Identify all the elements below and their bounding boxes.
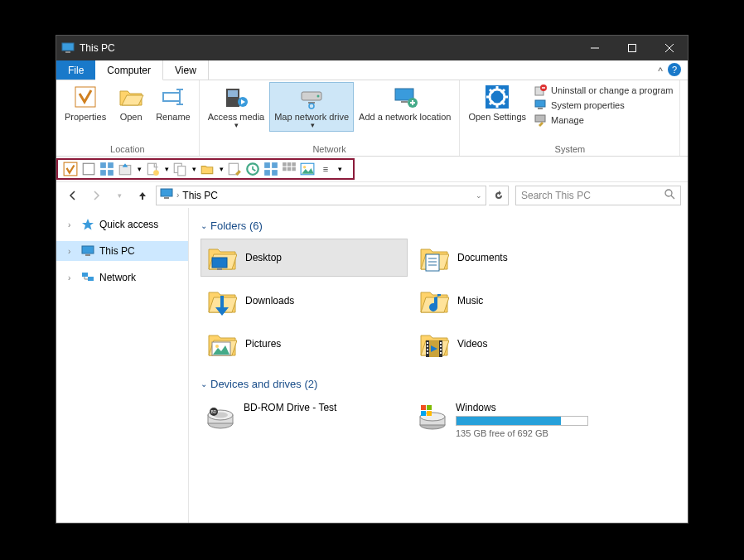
svg-point-66: [665, 190, 672, 196]
settings-icon: [484, 84, 510, 110]
chevron-down-icon[interactable]: ⌄: [476, 191, 482, 200]
dropdown-icon[interactable]: ▾: [220, 165, 224, 173]
svg-rect-0: [62, 43, 74, 51]
this-pc-icon: [61, 41, 75, 55]
folders-group-header[interactable]: ⌄ Folders (6): [200, 220, 676, 232]
refresh-button[interactable]: [489, 186, 509, 205]
add-network-location-icon: [392, 84, 418, 110]
svg-rect-43: [100, 170, 106, 176]
folder-item-videos[interactable]: Videos: [413, 325, 620, 363]
tab-file[interactable]: File: [56, 60, 95, 80]
ribbon: Properties Open Rename Location Access m…: [56, 80, 688, 157]
qa-navigate-icon[interactable]: [118, 162, 133, 176]
qa-copy-icon[interactable]: [172, 162, 187, 176]
properties-button[interactable]: Properties: [60, 82, 111, 123]
file-explorer-window: This PC File Computer View ^ ? Propertie…: [56, 35, 688, 524]
folder-label: Documents: [457, 252, 508, 263]
sidebar-item-label: This PC: [99, 245, 135, 257]
svg-rect-69: [85, 254, 90, 256]
tab-view[interactable]: View: [163, 60, 209, 80]
qa-small-icons-icon[interactable]: [282, 162, 297, 176]
svg-rect-61: [292, 167, 296, 171]
qa-history-icon[interactable]: [245, 162, 260, 176]
qa-new-item-icon[interactable]: [145, 162, 160, 176]
svg-rect-49: [178, 167, 186, 176]
system-properties-button[interactable]: System properties: [534, 99, 673, 112]
nav-back-button[interactable]: [63, 186, 83, 205]
qa-large-icons-icon[interactable]: [263, 162, 278, 176]
qa-properties-icon[interactable]: [63, 162, 78, 176]
access-media-button[interactable]: Access media▾: [203, 82, 269, 132]
qa-customize-icon[interactable]: ≡: [318, 162, 333, 176]
open-settings-button[interactable]: Open Settings: [463, 82, 531, 123]
folder-item-downloads[interactable]: Downloads: [200, 282, 408, 320]
ribbon-tabs: File Computer View ^ ?: [56, 60, 688, 80]
system-properties-icon: [534, 99, 548, 112]
help-icon[interactable]: ?: [668, 63, 681, 76]
maximize-button[interactable]: [613, 36, 650, 60]
qa-picture-icon[interactable]: [300, 162, 315, 176]
svg-rect-87: [427, 349, 428, 350]
svg-rect-57: [287, 162, 292, 167]
search-input[interactable]: Search This PC: [515, 186, 681, 205]
open-button[interactable]: Open: [111, 82, 151, 123]
dropdown-icon[interactable]: ▾: [138, 165, 142, 173]
breadcrumb-segment[interactable]: This PC: [182, 190, 218, 201]
chevron-right-icon: ›: [68, 220, 76, 229]
ribbon-collapse-icon[interactable]: ^: [658, 65, 663, 77]
svg-rect-105: [427, 411, 432, 416]
dropdown-icon[interactable]: ▾: [338, 165, 342, 173]
chevron-right-icon: ›: [176, 191, 179, 200]
close-button[interactable]: [650, 36, 688, 60]
drive-label: Windows: [456, 402, 615, 413]
nav-recent-dropdown[interactable]: ▾: [109, 186, 129, 205]
folder-item-desktop[interactable]: Desktop: [200, 239, 408, 277]
drives-group-header[interactable]: ⌄ Devices and drives (2): [200, 378, 676, 390]
svg-rect-7: [163, 93, 180, 101]
svg-rect-53: [272, 162, 278, 168]
star-icon: [81, 218, 94, 231]
uninstall-program-button[interactable]: Uninstall or change a program: [534, 84, 673, 97]
chevron-right-icon: ›: [68, 273, 76, 282]
nav-up-button[interactable]: [133, 186, 152, 205]
folder-item-documents[interactable]: Documents: [413, 239, 620, 277]
qa-new-window-icon[interactable]: [81, 162, 96, 176]
chevron-down-icon: ⌄: [200, 379, 207, 389]
dropdown-icon[interactable]: ▾: [165, 165, 169, 173]
svg-point-17: [309, 104, 314, 109]
drive-item-bd-rom-drive-test[interactable]: BDBD-ROM Drive - Test: [200, 397, 408, 443]
folder-icon: [207, 286, 237, 316]
window-controls: [576, 36, 688, 60]
qa-panes-icon[interactable]: [99, 162, 114, 176]
breadcrumb[interactable]: › This PC ⌄: [156, 186, 486, 205]
sidebar-item-network[interactable]: › Network: [56, 268, 188, 287]
this-pc-icon: [160, 187, 173, 203]
svg-rect-64: [161, 189, 172, 196]
svg-rect-88: [427, 352, 428, 354]
dropdown-icon[interactable]: ▾: [192, 165, 196, 173]
manage-button[interactable]: Manage: [534, 113, 673, 127]
drive-icon: BD: [205, 402, 235, 432]
add-network-location-button[interactable]: Add a network location: [354, 82, 456, 123]
minimize-button[interactable]: [576, 36, 613, 60]
qa-open-folder-icon[interactable]: [200, 162, 215, 176]
rename-button[interactable]: Rename: [151, 82, 196, 123]
folder-item-pictures[interactable]: Pictures: [200, 325, 408, 363]
explorer-body: › Quick access › This PC › Network ⌄ Fol…: [56, 208, 688, 523]
map-network-drive-button[interactable]: Map network drive▾: [269, 82, 354, 132]
svg-rect-1: [65, 51, 70, 53]
drive-item-windows[interactable]: Windows135 GB free of 692 GB: [413, 397, 620, 443]
sidebar-item-quick-access[interactable]: › Quick access: [56, 215, 188, 234]
nav-forward-button[interactable]: [86, 186, 106, 205]
sidebar-item-this-pc[interactable]: › This PC: [56, 241, 188, 261]
sidebar-item-label: Network: [99, 272, 136, 283]
folder-item-music[interactable]: Music: [413, 282, 620, 320]
tab-computer[interactable]: Computer: [95, 60, 163, 80]
folder-label: Desktop: [245, 252, 282, 263]
svg-line-67: [671, 196, 674, 199]
content-pane: ⌄ Folders (6) DesktopDocumentsDownloadsM…: [189, 208, 688, 523]
qa-edit-icon[interactable]: [227, 162, 242, 176]
svg-rect-104: [421, 411, 426, 416]
svg-point-63: [303, 166, 306, 168]
ribbon-group-system: Open Settings Uninstall or change a prog…: [460, 80, 680, 156]
